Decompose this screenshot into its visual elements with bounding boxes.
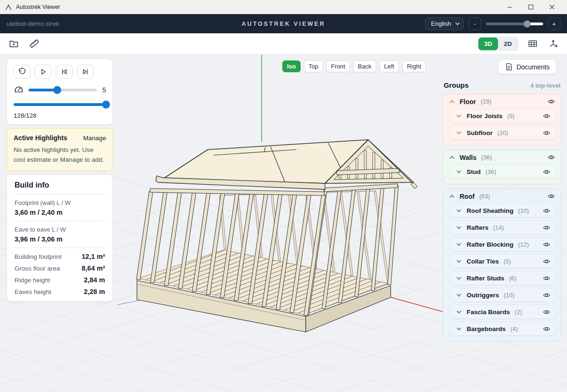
view-button-front[interactable]: Front (326, 60, 350, 72)
zoom-out-button[interactable]: - (469, 17, 481, 30)
group-row-rafter-studs[interactable]: Rafter Studs (6) (450, 271, 556, 285)
group-row-stud[interactable]: Stud (36) (450, 165, 556, 179)
group-name: Roof Sheathing (467, 207, 514, 214)
header-zoom-slider-thumb[interactable] (523, 20, 530, 27)
view-button-back[interactable]: Back (353, 60, 376, 72)
zoom-in-button[interactable]: + (548, 17, 560, 30)
document-icon (505, 63, 513, 71)
caret-up-icon[interactable] (449, 98, 455, 105)
caret-up-icon[interactable] (449, 154, 455, 160)
visibility-toggle[interactable] (547, 153, 555, 161)
view-button-right[interactable]: Right (402, 60, 426, 72)
visibility-toggle[interactable] (547, 192, 555, 200)
group-name: Floor (460, 98, 476, 106)
axes-button[interactable] (547, 37, 560, 50)
group-row-rafter-blocking[interactable]: Rafter Blocking (12) (450, 237, 556, 251)
documents-button[interactable]: Documents (498, 60, 557, 74)
caret-down-icon[interactable] (456, 113, 462, 119)
window-titlebar: Autostrek Viewer (0, 0, 567, 14)
table-view-button[interactable] (526, 37, 539, 50)
groups-summary: 4 top-level (530, 82, 560, 89)
visibility-toggle[interactable] (543, 291, 551, 299)
view-button-left[interactable]: Left (379, 60, 399, 72)
visibility-toggle[interactable] (543, 168, 551, 176)
folder-plus-icon (8, 38, 19, 49)
restart-button[interactable] (14, 65, 30, 79)
eye-icon (543, 224, 551, 232)
progress-slider-thumb[interactable] (102, 101, 110, 109)
visibility-toggle[interactable] (543, 257, 551, 265)
visibility-toggle[interactable] (547, 98, 555, 106)
caret-down-icon[interactable] (456, 208, 462, 214)
visibility-toggle[interactable] (543, 207, 551, 215)
add-file-button[interactable] (7, 37, 20, 50)
divider (15, 248, 105, 248)
maximize-button[interactable] (520, 0, 541, 14)
build-info-row: Gross floor area 8,64 m² (15, 264, 105, 272)
build-info-value: 12,1 m² (82, 253, 105, 260)
group-row-fascia-boards[interactable]: Fascia Boards (2) (450, 305, 556, 319)
caret-down-icon[interactable] (456, 326, 462, 332)
active-highlights-message: No active highlights yet. Use cost estim… (14, 145, 106, 165)
caret-down-icon[interactable] (456, 258, 462, 264)
build-info-row: Building footprint 12,1 m² (15, 253, 105, 260)
caret-down-icon[interactable] (456, 241, 462, 248)
speed-slider-thumb[interactable] (53, 86, 61, 94)
visibility-toggle[interactable] (543, 112, 551, 120)
caret-down-icon[interactable] (456, 169, 462, 175)
build-info-value: 8,64 m² (82, 264, 105, 272)
group-count: (2) (514, 309, 522, 316)
visibility-toggle[interactable] (543, 325, 551, 333)
group-row-collar-ties[interactable]: Collar Ties (5) (450, 254, 556, 268)
manage-link[interactable]: Manage (83, 135, 106, 142)
group-row-subfloor[interactable]: Subfloor (20) (450, 126, 556, 140)
ruler-icon (29, 38, 40, 49)
play-button[interactable] (35, 65, 52, 79)
file-name: utebod-demo.strek (7, 20, 60, 27)
view-button-top[interactable]: Top (304, 60, 323, 72)
eye-icon (547, 153, 555, 161)
caret-down-icon[interactable] (456, 225, 462, 231)
build-info-label: Eaves height (15, 288, 51, 295)
caret-up-icon[interactable] (449, 193, 455, 199)
skip-start-button[interactable] (56, 65, 73, 79)
group-row-bargeboards[interactable]: Bargeboards (4) (450, 322, 556, 336)
group-card-floor: Floor (29) Floor Joists (9) Subfloor (20… (443, 94, 561, 145)
speed-slider[interactable] (29, 89, 97, 91)
build-info-section: Footprint (wall) L / W 3,60 m / 2,40 m (15, 199, 105, 216)
visibility-toggle[interactable] (543, 224, 551, 232)
group-row-floor-joists[interactable]: Floor Joists (9) (450, 109, 556, 123)
app-logo-icon (5, 4, 12, 11)
caret-down-icon[interactable] (456, 292, 462, 298)
group-row-roof[interactable]: Roof (63) (443, 189, 561, 204)
group-name: Outriggers (467, 292, 499, 299)
eye-icon (543, 168, 551, 176)
group-row-floor[interactable]: Floor (29) (443, 94, 561, 109)
skip-end-button[interactable] (77, 65, 94, 79)
skip-start-icon (60, 68, 68, 76)
minimize-button[interactable] (499, 0, 520, 14)
group-row-roof-sheathing[interactable]: Roof Sheathing (10) (450, 204, 556, 218)
visibility-toggle[interactable] (543, 129, 551, 137)
group-name: Floor Joists (467, 113, 503, 120)
caret-down-icon[interactable] (456, 130, 462, 136)
mode-2d-button[interactable]: 2D (498, 38, 518, 50)
close-button[interactable] (541, 0, 562, 14)
build-info-value: 2,28 m (84, 288, 105, 295)
measure-button[interactable] (28, 37, 41, 50)
group-row-rafters[interactable]: Rafters (14) (450, 220, 556, 234)
build-info-label: Eave to eave L / W (15, 226, 105, 233)
header-zoom-slider[interactable] (486, 23, 543, 25)
visibility-toggle[interactable] (543, 241, 551, 249)
caret-down-icon[interactable] (456, 309, 462, 315)
visibility-toggle[interactable] (543, 308, 551, 316)
view-button-iso[interactable]: Iso (282, 60, 301, 72)
group-row-outriggers[interactable]: Outriggers (10) (450, 288, 556, 302)
caret-down-icon[interactable] (456, 275, 462, 281)
group-row-walls[interactable]: Walls (36) (443, 150, 561, 165)
visibility-toggle[interactable] (543, 274, 551, 282)
progress-slider[interactable] (14, 103, 106, 106)
language-select[interactable]: English (425, 17, 464, 30)
frame-counter: 128/128 (14, 112, 106, 119)
mode-3d-button[interactable]: 3D (478, 38, 498, 50)
